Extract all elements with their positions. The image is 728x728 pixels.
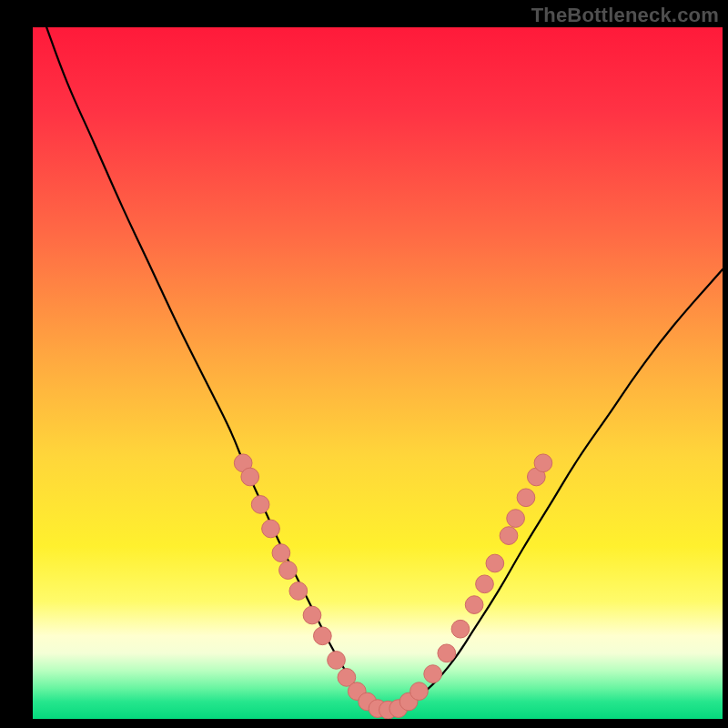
plot-area (33, 27, 723, 719)
curve-marker (534, 454, 552, 472)
curve-marker (314, 627, 332, 645)
curve-marker (507, 510, 525, 528)
curve-marker (241, 468, 259, 486)
curve-marker (438, 644, 456, 662)
curve-marker (476, 575, 494, 593)
curve-marker (517, 489, 535, 507)
curve-marker (279, 561, 298, 580)
curve-marker (465, 596, 483, 614)
chart-frame: TheBottleneck.com (0, 0, 728, 728)
curve-marker (251, 496, 269, 514)
curve-marker (500, 527, 518, 545)
gradient-background (33, 27, 723, 719)
curve-marker (272, 544, 290, 562)
curve-marker (303, 606, 321, 624)
curve-marker (451, 620, 470, 638)
curve-marker (424, 665, 442, 683)
curve-marker (262, 520, 280, 538)
curve-marker (328, 652, 346, 670)
curve-marker (410, 682, 429, 701)
curve-marker (486, 554, 504, 572)
chart-svg (33, 27, 723, 719)
curve-marker (289, 582, 308, 601)
watermark-text: TheBottleneck.com (531, 4, 719, 27)
